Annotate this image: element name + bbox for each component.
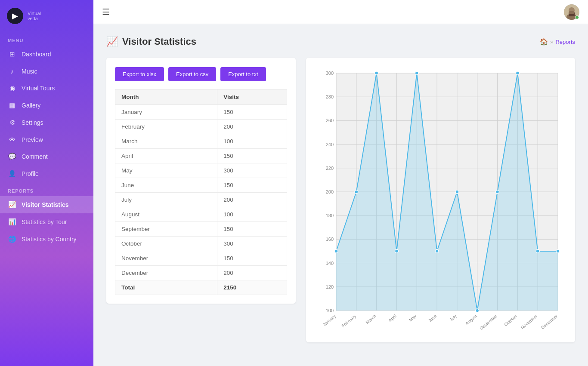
svg-text:120: 120 <box>326 284 334 289</box>
svg-text:June: June <box>427 314 438 323</box>
chart-card: 100120140160180200220240260280300January… <box>306 58 575 342</box>
app-name2: veda <box>28 16 41 21</box>
cell-total-label: Total <box>115 280 217 295</box>
col-visits: Visits <box>217 89 287 105</box>
cell-visits: 150 <box>217 149 287 163</box>
table-row: December200 <box>115 266 287 280</box>
svg-text:180: 180 <box>326 213 334 218</box>
cell-visits: 150 <box>217 105 287 120</box>
main-content: ☰ 📈 Visitor Statistic <box>93 0 588 366</box>
export-buttons: Export to xlsx Export to csv Export to t… <box>115 67 287 81</box>
export-txt-button[interactable]: Export to txt <box>220 67 266 81</box>
table-row: March100 <box>115 134 287 149</box>
svg-text:October: October <box>503 314 518 327</box>
cell-month: September <box>115 222 217 237</box>
svg-text:December: December <box>540 314 559 330</box>
svg-text:140: 140 <box>326 261 334 266</box>
sidebar-item-label: Preview <box>22 136 43 143</box>
svg-point-48 <box>496 190 499 194</box>
export-xlsx-button[interactable]: Export to xlsx <box>115 67 164 81</box>
svg-text:March: March <box>365 314 377 325</box>
sidebar-item-gallery[interactable]: ▦ Gallery <box>0 97 93 114</box>
sidebar-item-preview[interactable]: 👁 Preview <box>0 131 93 148</box>
cell-month: June <box>115 178 217 193</box>
table-row: January150 <box>115 105 287 120</box>
export-csv-button[interactable]: Export to csv <box>168 67 216 81</box>
visitor-stats-icon: 📈 <box>8 201 16 209</box>
breadcrumb-active: Reports <box>555 39 575 45</box>
table-row: April150 <box>115 149 287 163</box>
cell-month: November <box>115 251 217 266</box>
table-row-total: Total2150 <box>115 280 287 295</box>
page-header: 📈 Visitor Statistics 🏠 » Reports <box>106 36 575 47</box>
svg-point-43 <box>395 249 398 253</box>
cell-month: March <box>115 134 217 149</box>
breadcrumb: 🏠 » Reports <box>540 38 575 46</box>
svg-text:220: 220 <box>326 166 334 171</box>
dashboard-icon: ⊞ <box>8 50 16 58</box>
cell-month: February <box>115 120 217 134</box>
topbar-left: ☰ <box>102 7 110 17</box>
svg-text:November: November <box>520 314 538 330</box>
sidebar-item-label: Music <box>22 68 37 75</box>
cell-month: July <box>115 193 217 207</box>
sidebar-item-label: Dashboard <box>22 51 51 58</box>
table-row: November150 <box>115 251 287 266</box>
sidebar-item-settings[interactable]: ⚙ Settings <box>0 114 93 131</box>
cell-month: October <box>115 237 217 251</box>
svg-point-40 <box>334 249 338 253</box>
sidebar-logo: ▶ Virtual veda <box>0 0 93 32</box>
breadcrumb-separator: » <box>550 39 553 45</box>
svg-point-47 <box>476 309 479 312</box>
page-title-icon: 📈 <box>106 36 118 47</box>
cell-month: August <box>115 207 217 222</box>
svg-text:260: 260 <box>326 118 334 123</box>
reports-section-label: REPORTS <box>0 182 93 196</box>
sidebar-item-label: Virtual Tours <box>22 85 55 92</box>
cell-total-value: 2150 <box>217 280 287 295</box>
sidebar-item-music[interactable]: ♪ Music <box>0 63 93 80</box>
cell-visits: 150 <box>217 178 287 193</box>
sidebar-item-visitor-statistics[interactable]: 📈 Visitor Statistics <box>0 196 93 213</box>
menu-section-label: MENU <box>0 32 93 46</box>
settings-icon: ⚙ <box>8 119 16 126</box>
svg-text:160: 160 <box>326 237 334 242</box>
cell-month: December <box>115 266 217 280</box>
page-title-row: 📈 Visitor Statistics <box>106 36 196 47</box>
table-row: July200 <box>115 193 287 207</box>
sidebar-item-comment[interactable]: 💬 Comment <box>0 148 93 165</box>
gallery-icon: ▦ <box>8 101 16 109</box>
stats-table-card: Export to xlsx Export to csv Export to t… <box>106 58 296 304</box>
cell-month: January <box>115 105 217 120</box>
hamburger-button[interactable]: ☰ <box>102 7 110 17</box>
cell-visits: 100 <box>217 207 287 222</box>
sidebar-item-profile[interactable]: 👤 Profile <box>0 165 93 182</box>
sidebar-item-label: Settings <box>22 119 43 126</box>
svg-text:September: September <box>479 314 498 331</box>
svg-text:January: January <box>322 314 337 327</box>
topbar-right <box>564 4 579 20</box>
cell-month: April <box>115 149 217 163</box>
cell-visits: 300 <box>217 237 287 251</box>
sidebar-item-dashboard[interactable]: ⊞ Dashboard <box>0 46 93 63</box>
stats-country-icon: 🌐 <box>8 235 16 243</box>
topbar: ☰ <box>93 0 588 24</box>
table-row: August100 <box>115 207 287 222</box>
sidebar-item-statistics-by-tour[interactable]: 📊 Statistics by Tour <box>0 213 93 231</box>
svg-text:240: 240 <box>326 142 334 147</box>
avatar-wrap[interactable] <box>564 4 579 20</box>
sidebar: ▶ Virtual veda MENU ⊞ Dashboard ♪ Music … <box>0 0 93 366</box>
sidebar-item-statistics-by-country[interactable]: 🌐 Statistics by Country <box>0 231 93 248</box>
sidebar-item-virtual-tours[interactable]: ◉ Virtual Tours <box>0 80 93 97</box>
svg-point-41 <box>355 190 358 194</box>
cell-visits: 150 <box>217 251 287 266</box>
svg-text:100: 100 <box>326 308 334 313</box>
table-row: February200 <box>115 120 287 134</box>
breadcrumb-home-icon[interactable]: 🏠 <box>540 38 548 46</box>
chart-wrap: 100120140160180200220240260280300January… <box>314 65 567 336</box>
table-row: June150 <box>115 178 287 193</box>
sidebar-item-label: Profile <box>22 170 39 177</box>
svg-point-42 <box>375 71 378 75</box>
preview-icon: 👁 <box>8 136 16 143</box>
svg-text:200: 200 <box>326 189 334 194</box>
